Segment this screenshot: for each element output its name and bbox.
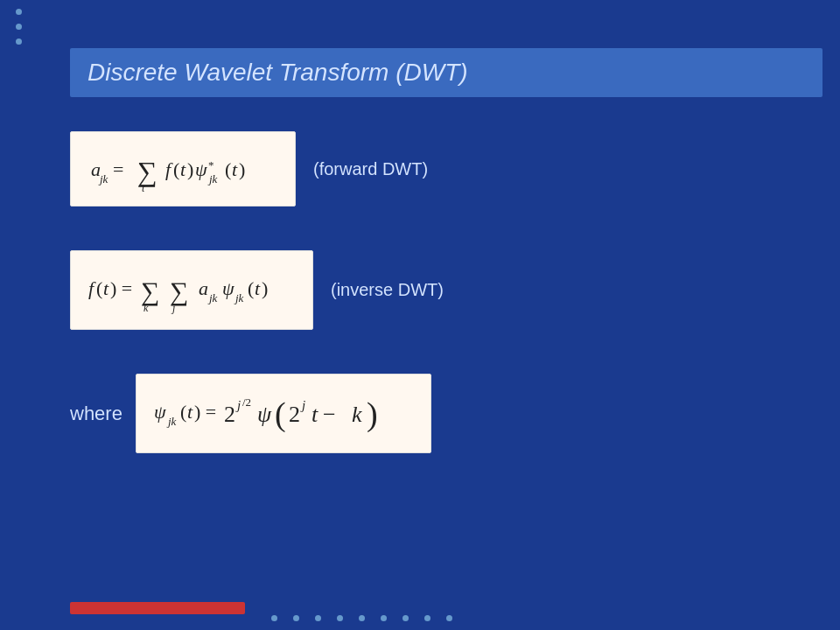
svg-text:2: 2 — [224, 402, 235, 427]
svg-text:*: * — [208, 158, 214, 172]
forward-dwt-formula: a jk = ∑ t f ( t ) ψ * jk ( t ) — [70, 131, 296, 206]
svg-text:/2: /2 — [242, 396, 251, 409]
svg-text:t: t — [255, 277, 261, 299]
svg-text:j: j — [300, 398, 305, 412]
dot-b2 — [293, 615, 299, 621]
svg-text:(: ( — [225, 158, 231, 180]
svg-text:jk: jk — [166, 415, 177, 428]
inverse-dwt-formula: f ( t ) = ∑ k ∑ j a jk ψ jk ( t ) — [70, 250, 313, 330]
svg-text:) =: ) = — [194, 401, 216, 423]
forward-dwt-label: (forward DWT) — [313, 159, 428, 179]
svg-text:k: k — [352, 402, 362, 427]
svg-text:k: k — [144, 302, 149, 314]
svg-text:): ) — [367, 396, 378, 433]
svg-text:j: j — [235, 398, 241, 412]
dot-b9 — [446, 615, 452, 621]
dot-b6 — [381, 615, 387, 621]
svg-text:): ) — [262, 277, 268, 299]
slide-title: Discrete Wavelet Transform (DWT) — [88, 59, 805, 87]
decorative-dots-bottom — [271, 615, 822, 621]
svg-text:ψ: ψ — [222, 277, 234, 299]
svg-text:f: f — [165, 158, 173, 180]
svg-text:t: t — [232, 158, 238, 180]
dot-b3 — [315, 615, 321, 621]
dot-3 — [16, 38, 22, 45]
svg-text:(: ( — [275, 396, 286, 433]
svg-text:ψ: ψ — [257, 402, 272, 427]
where-formula: ψ jk ( t ) = 2 j /2 ψ ( 2 j t − — [136, 374, 431, 453]
decorative-dots-topleft — [16, 9, 22, 45]
svg-text:t: t — [103, 277, 109, 299]
dot-b7 — [402, 615, 409, 621]
dot-b8 — [424, 615, 430, 621]
inverse-dwt-label: (inverse DWT) — [331, 280, 444, 300]
dot-1 — [16, 9, 22, 15]
dot-2 — [16, 24, 22, 30]
where-svg: ψ jk ( t ) = 2 j /2 ψ ( 2 j t − — [152, 385, 415, 442]
svg-text:2: 2 — [289, 402, 300, 427]
bottom-red-bar — [70, 602, 245, 614]
title-bar: Discrete Wavelet Transform (DWT) — [70, 48, 822, 97]
dot-b1 — [271, 615, 277, 621]
dot-b5 — [359, 615, 365, 621]
svg-text:): ) — [187, 158, 193, 180]
svg-text:t: t — [312, 402, 318, 427]
svg-text:f: f — [88, 277, 96, 299]
svg-text:=: = — [113, 158, 123, 180]
svg-text:(: ( — [248, 277, 254, 299]
svg-text:ψ: ψ — [195, 158, 207, 180]
dot-b4 — [337, 615, 343, 621]
inverse-dwt-row: f ( t ) = ∑ k ∑ j a jk ψ jk ( t ) ( — [70, 250, 770, 330]
forward-dwt-row: a jk = ∑ t f ( t ) ψ * jk ( t ) (f — [70, 131, 770, 206]
forward-dwt-svg: a jk = ∑ t f ( t ) ψ * jk ( t ) — [87, 143, 279, 195]
svg-text:ψ: ψ — [154, 401, 166, 423]
svg-text:(: ( — [96, 277, 102, 299]
svg-text:t: t — [187, 401, 193, 423]
where-row: where ψ jk ( t ) = 2 j /2 ψ ( 2 j — [70, 374, 770, 453]
svg-text:∑: ∑ — [137, 156, 158, 187]
svg-text:(: ( — [173, 158, 179, 180]
inverse-dwt-svg: f ( t ) = ∑ k ∑ j a jk ψ jk ( t ) — [87, 262, 297, 318]
svg-text:jk: jk — [207, 172, 218, 186]
svg-text:a: a — [199, 277, 208, 299]
content-area: a jk = ∑ t f ( t ) ψ * jk ( t ) (f — [70, 131, 770, 560]
svg-text:jk: jk — [98, 172, 108, 186]
svg-text:t: t — [180, 158, 186, 180]
svg-text:): ) — [239, 158, 245, 180]
svg-text:) =: ) = — [110, 277, 132, 299]
svg-text:(: ( — [180, 401, 186, 423]
where-label: where — [70, 402, 122, 425]
svg-text:jk: jk — [207, 291, 218, 304]
svg-text:−: − — [323, 402, 336, 427]
svg-text:jk: jk — [234, 291, 244, 304]
